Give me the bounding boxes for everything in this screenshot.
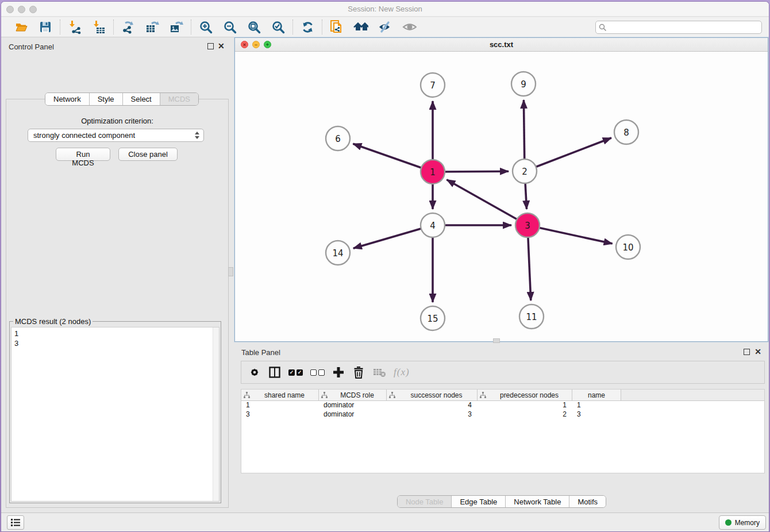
optimization-criterion-label: Optimization criterion: bbox=[6, 117, 228, 125]
network-graph[interactable]: 1234678910111415 bbox=[235, 52, 769, 341]
zoom-in-icon[interactable] bbox=[198, 20, 213, 34]
titlebar: Session: New Session bbox=[1, 2, 769, 17]
memory-button[interactable]: Memory bbox=[719, 515, 766, 530]
home-icon[interactable] bbox=[353, 20, 368, 34]
mcds-result-list[interactable]: 1 3 bbox=[11, 327, 220, 502]
select-all-icon[interactable]: ✓✓ bbox=[288, 365, 303, 380]
table-settings-gear-icon[interactable] bbox=[248, 365, 261, 380]
cell-mcds-role[interactable]: dominator bbox=[319, 410, 387, 419]
close-panel-icon[interactable]: ✕ bbox=[218, 41, 225, 51]
graph-node-label-4: 4 bbox=[430, 221, 436, 231]
graph-edge-2-8[interactable] bbox=[525, 138, 611, 171]
float-table-panel-icon[interactable] bbox=[744, 349, 750, 355]
tab-motifs[interactable]: Motifs bbox=[569, 496, 606, 507]
column-type-icon bbox=[389, 392, 395, 398]
refresh-icon[interactable] bbox=[300, 20, 315, 34]
graph-node-label-6: 6 bbox=[335, 134, 341, 144]
cell-predecessor-nodes[interactable]: 1 bbox=[478, 401, 572, 410]
network-canvas[interactable]: 1234678910111415 bbox=[235, 52, 768, 341]
search-input[interactable] bbox=[595, 21, 762, 34]
column-type-icon bbox=[321, 392, 328, 398]
cell-successor-nodes[interactable]: 3 bbox=[387, 410, 478, 419]
graph-node-label-7: 7 bbox=[430, 80, 436, 91]
zoom-out-icon[interactable] bbox=[222, 20, 237, 34]
show-column-panel-icon[interactable] bbox=[268, 365, 281, 380]
cell-successor-nodes[interactable]: 4 bbox=[387, 401, 478, 410]
list-icon bbox=[11, 518, 21, 527]
tab-network-table[interactable]: Network Table bbox=[505, 496, 569, 507]
delete-column-icon[interactable] bbox=[352, 365, 365, 380]
window-title: Session: New Session bbox=[1, 5, 769, 13]
graph-edge-3-1[interactable] bbox=[446, 180, 528, 225]
graph-node-label-10: 10 bbox=[622, 242, 633, 253]
graph-edge-3-10[interactable] bbox=[528, 225, 613, 244]
close-table-panel-icon[interactable]: ✕ bbox=[754, 347, 761, 356]
deselect-all-icon[interactable] bbox=[310, 365, 325, 380]
criterion-value: strongly connected component bbox=[33, 131, 135, 140]
control-panel-header: Control Panel ✕ bbox=[1, 37, 233, 55]
export-table-icon[interactable] bbox=[145, 20, 160, 34]
zoom-selected-icon[interactable] bbox=[271, 20, 286, 34]
criterion-select[interactable]: strongly connected component bbox=[28, 129, 204, 142]
column-header-shared-name[interactable]: shared name bbox=[241, 390, 319, 400]
export-network-icon[interactable] bbox=[121, 20, 136, 34]
cell-name[interactable]: 3 bbox=[572, 410, 621, 419]
clone-network-icon[interactable] bbox=[329, 20, 344, 34]
control-panel: Control Panel ✕ Network Style Select MCD… bbox=[1, 37, 233, 512]
tab-style[interactable]: Style bbox=[89, 93, 122, 105]
task-history-button[interactable] bbox=[7, 515, 24, 530]
tab-network[interactable]: Network bbox=[45, 93, 89, 105]
graph-node-label-9: 9 bbox=[521, 79, 526, 90]
mcds-result-title: MCDS result (2 nodes) bbox=[13, 317, 93, 326]
import-table-icon[interactable] bbox=[91, 20, 106, 34]
graph-node-label-3: 3 bbox=[525, 221, 530, 231]
table-panel: Table Panel ✕ ✓✓ f(x) bbox=[234, 343, 769, 512]
result-line: 1 bbox=[14, 329, 216, 338]
column-header-name[interactable]: name bbox=[572, 390, 621, 400]
save-session-icon[interactable] bbox=[38, 20, 53, 34]
network-window-titlebar[interactable]: × − + scc.txt bbox=[235, 38, 768, 52]
search-field-wrap bbox=[595, 21, 762, 34]
column-header-successor-nodes[interactable]: successor nodes bbox=[387, 390, 478, 400]
vertical-splitter-grip[interactable] bbox=[228, 267, 233, 276]
result-scrollbar[interactable] bbox=[213, 327, 219, 501]
open-session-icon[interactable] bbox=[14, 20, 29, 34]
main-toolbar bbox=[1, 17, 769, 37]
column-header-predecessor-nodes[interactable]: predecessor nodes bbox=[478, 390, 572, 400]
tab-node-table[interactable]: Node Table bbox=[398, 496, 452, 507]
import-network-icon[interactable] bbox=[67, 20, 82, 34]
table-toolbar: ✓✓ f(x) bbox=[241, 361, 765, 384]
float-panel-icon[interactable] bbox=[207, 43, 214, 49]
run-mcds-button[interactable]: Run MCDS bbox=[56, 148, 110, 161]
table-row[interactable]: 1 dominator 4 1 1 bbox=[241, 401, 764, 410]
desktop-frame: Session: New Session bbox=[0, 0, 770, 532]
network-view-window: × − + scc.txt 1234678910111415 bbox=[234, 37, 768, 342]
table-panel-header: Table Panel ✕ bbox=[234, 343, 769, 359]
column-type-icon bbox=[480, 392, 486, 398]
graph-node-label-14: 14 bbox=[332, 248, 343, 259]
tab-select[interactable]: Select bbox=[122, 93, 160, 105]
column-type-icon bbox=[244, 392, 250, 398]
cell-name[interactable]: 1 bbox=[572, 401, 621, 410]
close-panel-button[interactable]: Close panel bbox=[118, 148, 178, 161]
graph-node-label-11: 11 bbox=[526, 312, 537, 322]
tab-mcds[interactable]: MCDS bbox=[160, 93, 198, 105]
add-column-icon[interactable] bbox=[332, 365, 345, 380]
table-tabs-bar: Node Table Edge Table Network Table Moti… bbox=[234, 495, 769, 508]
cell-mcds-role[interactable]: dominator bbox=[319, 401, 387, 410]
horizontal-splitter-grip[interactable] bbox=[493, 338, 500, 343]
cell-shared-name[interactable]: 3 bbox=[241, 410, 319, 419]
node-table[interactable]: shared name MCDS role successor nodes pr… bbox=[241, 389, 765, 473]
zoom-fit-icon[interactable] bbox=[247, 20, 261, 34]
mcds-panel-body: Optimization criterion: strongly connect… bbox=[6, 99, 229, 508]
graph-node-label-2: 2 bbox=[522, 167, 528, 177]
delete-table-icon bbox=[372, 365, 386, 380]
cell-predecessor-nodes[interactable]: 2 bbox=[478, 410, 572, 419]
tab-edge-table[interactable]: Edge Table bbox=[451, 496, 505, 507]
header-filler bbox=[621, 390, 764, 400]
table-row[interactable]: 3 dominator 3 2 3 bbox=[241, 410, 764, 419]
column-header-mcds-role[interactable]: MCDS role bbox=[319, 390, 387, 400]
cell-shared-name[interactable]: 1 bbox=[241, 401, 319, 410]
export-image-icon[interactable] bbox=[169, 20, 184, 34]
hide-panels-icon[interactable] bbox=[378, 20, 392, 34]
